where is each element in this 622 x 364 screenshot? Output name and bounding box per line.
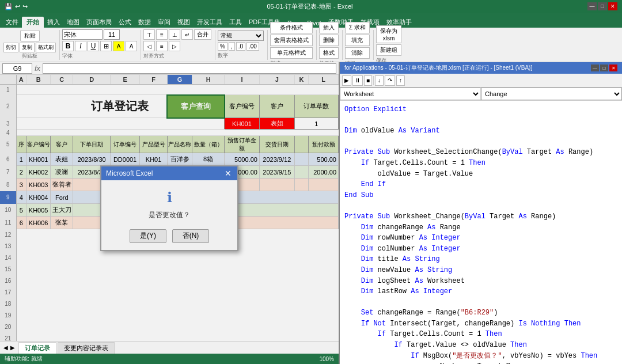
vba-code-line: Dim lastRow As Integer (344, 286, 617, 297)
cut-button[interactable]: 剪切 (3, 43, 18, 52)
decrease-decimal-button[interactable]: .00 (246, 42, 259, 51)
vba-proc-select[interactable]: Change (481, 88, 622, 100)
copy-button[interactable]: 复制 (20, 43, 35, 52)
vba-win-controls[interactable]: — □ ✕ (591, 65, 617, 71)
formula-input[interactable] (43, 63, 336, 74)
undo-icon[interactable]: ↩ (15, 3, 20, 10)
msgbox-dialog: Microsoft Excel ✕ ℹ 是否更改值？ 是(Y) 否(N) (100, 165, 238, 251)
vba-minimize-button[interactable]: — (591, 65, 599, 71)
align-center-button[interactable]: ≡ (156, 41, 168, 51)
underline-button[interactable]: U (88, 41, 99, 51)
dialog-yes-button[interactable]: 是(Y) (130, 229, 166, 243)
vba-code-area[interactable]: Option Explicit Dim oldValue As Variant … (340, 101, 622, 364)
increase-decimal-button[interactable]: .0 (236, 42, 245, 51)
wrap-text-button[interactable]: ↵ (181, 29, 193, 40)
bold-button[interactable]: B (62, 41, 74, 51)
close-button[interactable]: ✕ (608, 2, 617, 10)
tab-insert[interactable]: 插入 (44, 17, 63, 28)
vba-code-line: If Not Intersect(Target, changeRange) Is… (344, 318, 617, 329)
ribbon-toolbar: 粘贴 剪切 复制 格式刷 剪贴板 B I U ⊞ A A 字体 ⊤ ≡ ⊥ ↵ … (0, 28, 622, 62)
vba-code-line: oldValue = Target.Value (344, 169, 617, 180)
font-name-input[interactable] (62, 29, 103, 40)
window-controls[interactable]: — □ ✕ (587, 2, 617, 10)
tab-map[interactable]: 地图 (63, 17, 83, 28)
align-top-button[interactable]: ⊤ (143, 29, 155, 40)
tab-developer[interactable]: 开发工具 (194, 17, 226, 28)
format-painter-button[interactable]: 格式刷 (36, 43, 56, 52)
tab-tools[interactable]: 工具 (226, 17, 245, 28)
clear-button[interactable]: 清除 (345, 47, 370, 59)
percent-button[interactable]: % (218, 42, 227, 51)
tab-home[interactable]: 开始 (22, 17, 44, 28)
quick-access-toolbar[interactable]: 💾 ↩ ↪ (5, 3, 28, 10)
border-button[interactable]: ⊞ (100, 41, 112, 51)
tab-view[interactable]: 视图 (174, 17, 194, 28)
conditional-format-button[interactable]: 条件格式 (270, 22, 313, 33)
vba-code-line: If MsgBox("是否更改值？", vbYesNo) = vbYes The… (344, 351, 617, 362)
sheet-grid: A B C D E F G H I J K L (0, 75, 339, 341)
tab-formulas[interactable]: 公式 (115, 17, 135, 28)
vba-run-button[interactable]: ▶ (342, 75, 351, 86)
save-icon[interactable]: 💾 (5, 3, 13, 10)
new-group-button[interactable]: 新建组 (376, 44, 401, 56)
vba-step-over-button[interactable]: ↷ (385, 75, 395, 86)
vba-title: for Applications - 05-01-订单登记表-地图.xlsm [… (344, 64, 532, 72)
tab-data[interactable]: 数据 (135, 17, 154, 28)
delete-cell-button[interactable]: 删除 (319, 35, 339, 46)
sheet-tab-changes[interactable]: 变更内容记录表 (58, 342, 115, 354)
status-mode: 辅助功能: 就绪 (5, 355, 43, 363)
tab-file[interactable]: 文件 (2, 17, 22, 28)
vba-code-line: Dim oldValue As Variant (344, 126, 617, 136)
alignment-section: ⊤ ≡ ⊥ ↵ 合并 ◁ ≡ ▷ 对齐方式 (143, 30, 215, 60)
vba-pause-button[interactable]: ⏸ (352, 75, 363, 86)
font-size-input[interactable] (104, 29, 120, 40)
align-left-button[interactable]: ◁ (143, 41, 155, 51)
dialog-close-button[interactable]: ✕ (223, 169, 233, 178)
sheet-tab-orders[interactable]: 订单记录 (18, 342, 56, 354)
vba-code-line: Dim colNumber As Integer (344, 244, 617, 255)
main-content: fx A B C D E F G H I (0, 62, 622, 364)
vba-code-line: End Sub (344, 190, 617, 201)
font-section: B I U ⊞ A A 字体 (62, 30, 141, 60)
vba-close-button[interactable]: ✕ (609, 65, 617, 71)
tab-layout[interactable]: 页面布局 (83, 17, 115, 28)
align-right-button[interactable]: ▷ (169, 41, 180, 51)
vba-step-button[interactable]: ↓ (375, 75, 384, 86)
dialog-no-button[interactable]: 否(N) (172, 229, 209, 243)
excel-titlebar: 💾 ↩ ↪ 05-01-订单登记表-地图 - Excel — □ ✕ (0, 0, 622, 13)
fill-button[interactable]: 填充 (345, 35, 370, 46)
formula-bar: fx (0, 62, 339, 75)
cell-ref-box[interactable] (2, 63, 32, 74)
vba-editor-pane: for Applications - 05-01-订单登记表-地图.xlsm [… (340, 62, 622, 364)
align-middle-button[interactable]: ≡ (156, 29, 168, 40)
align-bottom-button[interactable]: ⊥ (169, 29, 180, 40)
maximize-button[interactable]: □ (598, 2, 607, 10)
format-as-table-button[interactable]: 套用表格格式 (270, 35, 313, 46)
save-xlsm-button[interactable]: 保存为xlsm (376, 25, 401, 43)
paste-button[interactable]: 粘贴 (20, 30, 40, 41)
fill-color-button[interactable]: A (113, 41, 124, 51)
number-format-select[interactable]: 常规 (218, 31, 264, 41)
comma-button[interactable]: , (229, 42, 235, 51)
redo-icon[interactable]: ↪ (22, 3, 28, 10)
status-zoom: 100% (319, 356, 334, 362)
format-cell-button[interactable]: 格式 (319, 47, 339, 59)
font-color-button[interactable]: A (126, 41, 137, 51)
vba-object-select[interactable]: Worksheet (340, 88, 481, 100)
vba-maximize-button[interactable]: □ (600, 65, 608, 71)
vba-step-out-button[interactable]: ↑ (396, 75, 405, 86)
cell-styles-button[interactable]: 单元格样式 (270, 47, 313, 59)
vba-code-line: Dim logSheet As Worksheet (344, 276, 617, 287)
insert-cell-button[interactable]: 插入 (319, 22, 339, 33)
sum-button[interactable]: Σ 求和 (345, 22, 370, 33)
italic-button[interactable]: I (75, 41, 86, 51)
styles-section: 条件格式 套用表格格式 单元格样式 样式 (270, 30, 317, 60)
tab-review[interactable]: 审阅 (154, 17, 174, 28)
sheet-nav-right[interactable]: ▶ (9, 344, 16, 351)
vba-code-line (344, 136, 617, 147)
vba-toolbar: ▶ ⏸ ■ ↓ ↷ ↑ (340, 74, 622, 88)
merge-button[interactable]: 合并 (194, 29, 211, 40)
sheet-nav-left[interactable]: ◀ (2, 344, 9, 351)
minimize-button[interactable]: — (587, 2, 597, 10)
vba-stop-button[interactable]: ■ (364, 75, 372, 86)
